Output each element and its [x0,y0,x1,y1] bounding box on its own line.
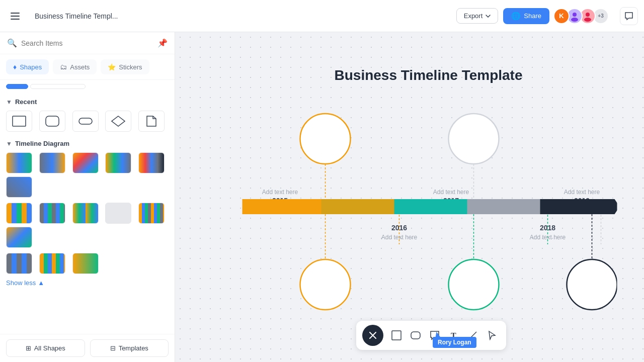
svg-rect-8 [46,116,59,126]
shape-rounded-rect[interactable] [39,111,65,132]
svg-rect-40 [411,332,420,339]
timeline-thumb-2[interactable] [39,152,65,173]
timeline-thumb-9[interactable] [72,203,99,224]
text-tool[interactable]: T [446,327,462,343]
svg-point-36 [300,259,351,310]
svg-point-12 [449,114,499,164]
svg-text:Add text here: Add text here [530,234,566,241]
all-shapes-button[interactable]: ⊞ All Shapes [6,339,85,357]
svg-text:Add text here: Add text here [433,189,469,196]
diagram-title: Business Timeline Template [240,67,617,83]
pin-icon[interactable]: 📌 [157,38,168,48]
export-label: Export [464,12,483,20]
timeline-svg: Add text here 2015 Add text here 2017 Ad… [240,94,617,325]
svg-marker-26 [394,199,479,214]
svg-text:Add text here: Add text here [381,234,418,241]
svg-marker-28 [540,199,617,214]
timeline-thumb-3[interactable] [72,152,99,173]
globe-icon: 🌐 [511,12,521,21]
timeline-thumb-10[interactable] [105,203,131,224]
svg-marker-27 [467,199,552,214]
timeline-thumb-6[interactable] [6,176,32,198]
svg-marker-24 [243,199,333,214]
shape-pill[interactable] [72,111,99,132]
timeline-thumb-12[interactable] [6,227,32,248]
tab-shapes[interactable]: ♦ Shapes [6,59,49,74]
svg-rect-9 [79,118,92,124]
recent-chevron: ▼ [6,99,12,106]
speech-bubble-tool[interactable] [427,327,443,343]
tab-stickers[interactable]: ⭐ Stickers [101,59,149,74]
search-input[interactable] [21,39,153,47]
shapes-icon: ♦ [13,63,17,71]
svg-marker-25 [321,199,406,214]
timeline-thumb-1[interactable] [6,152,32,173]
svg-point-6 [584,18,591,22]
svg-point-3 [573,13,577,17]
timeline-thumbs-1 [6,152,169,198]
show-less-button[interactable]: Show less ▲ [6,279,169,287]
timeline-thumb-11[interactable] [138,203,165,224]
document-title[interactable]: Business Timeline Templ... [29,9,123,24]
bottom-toolbar: T [356,321,506,350]
search-bar: 🔍 📌 [0,32,175,54]
timeline-thumb-7[interactable] [6,203,32,224]
svg-point-11 [300,114,351,164]
timeline-thumb-8[interactable] [39,203,65,224]
timeline-thumb-4[interactable] [105,152,131,173]
shape-rectangle[interactable] [6,111,32,132]
timeline-thumbs-2 [6,203,169,248]
main-content: 🔍 📌 ♦ Shapes 🗂 Assets ⭐ Stickers [0,32,644,362]
timeline-label: Timeline Diagram [15,140,69,147]
line-tool[interactable] [465,327,481,343]
share-button[interactable]: 🌐 Share [503,8,549,24]
left-panel: 🔍 📌 ♦ Shapes 🗂 Assets ⭐ Stickers [0,32,175,362]
stickers-icon: ⭐ [108,63,116,71]
rounded-rect-tool[interactable] [408,327,424,343]
timeline-thumb-15[interactable] [72,253,99,274]
recent-label: Recent [15,98,37,106]
close-tool-button[interactable] [362,325,383,346]
export-button[interactable]: Export [456,8,499,24]
svg-text:Add text here: Add text here [262,189,298,196]
templates-button[interactable]: ⊟ Templates [90,339,169,357]
timeline-thumb-5[interactable] [138,152,165,173]
collaborators-avatars: K +3 [556,8,609,24]
sub-tabs [0,80,175,93]
svg-rect-39 [392,331,401,340]
tab-assets[interactable]: 🗂 Assets [53,59,97,74]
timeline-thumbs-3 [6,253,169,274]
shape-tabs: ♦ Shapes 🗂 Assets ⭐ Stickers [0,54,175,80]
templates-icon: ⊟ [110,344,116,352]
canvas-area[interactable]: Business Timeline Template [175,32,644,362]
svg-marker-10 [112,116,125,126]
comment-button[interactable] [620,7,638,25]
avatar-1[interactable]: K [553,8,570,24]
recent-section-header[interactable]: ▼ Recent [6,98,169,106]
shape-diamond[interactable] [105,111,131,132]
timeline-thumb-13[interactable] [6,253,32,274]
svg-point-4 [571,18,578,22]
svg-text:2016: 2016 [391,224,407,232]
svg-text:Add text here: Add text here [564,189,600,196]
sub-tab-2[interactable] [30,84,86,89]
panel-content: ▼ Recent [0,93,175,334]
svg-rect-1 [11,16,20,17]
svg-text:T: T [451,331,456,340]
svg-line-42 [469,332,476,339]
timeline-thumb-14[interactable] [39,253,65,274]
pointer-tool[interactable] [484,327,500,343]
bottom-panel-buttons: ⊞ All Shapes ⊟ Templates [0,334,175,362]
menu-button[interactable] [6,7,24,25]
svg-text:2018: 2018 [540,224,555,232]
svg-point-38 [567,259,617,310]
timeline-chevron: ▼ [6,140,12,147]
timeline-section-header[interactable]: ▼ Timeline Diagram [6,140,169,147]
rectangle-tool[interactable] [388,327,405,343]
all-shapes-icon: ⊞ [26,344,31,352]
assets-icon: 🗂 [60,63,67,71]
sub-tab-1[interactable] [6,84,28,89]
shape-doc[interactable] [138,111,165,132]
svg-rect-0 [11,13,20,14]
share-label: Share [524,12,541,20]
